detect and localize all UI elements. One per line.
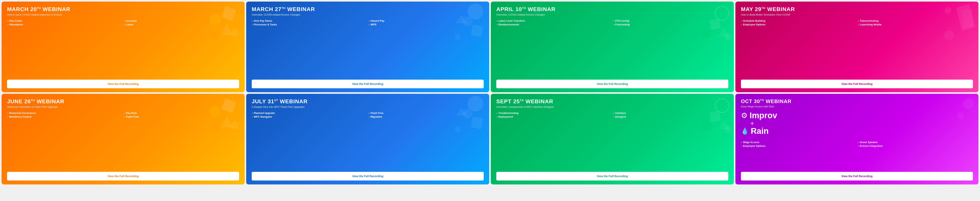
plus-label: +: [750, 120, 754, 126]
view-recording-button[interactable]: View the Full Recording: [252, 172, 484, 180]
card-april10: APRIL 10th WEBINAR Overview: COVID-relat…: [491, 2, 734, 92]
card-subtitle: Overview: Components of WFC Interface De…: [496, 105, 728, 108]
bullet-item: Deployment: [496, 115, 612, 118]
bullet-item: Pay Rule: [124, 112, 239, 115]
card-date: SEPT 25th WEBINAR: [496, 99, 728, 105]
bullet-item: Workforce Central: [7, 115, 123, 118]
card-march27: MARCH 27th WEBINAR Overview: COVID-relat…: [246, 2, 489, 92]
svg-rect-3: [210, 30, 220, 40]
card-date: MARCH 20th WEBINAR: [7, 6, 239, 13]
bullet-item: Employee Options: [741, 144, 856, 147]
drop-icon: 💧: [741, 127, 749, 135]
bullet-item: Processes & Tasks: [252, 23, 367, 26]
card-subtitle: Overview: COVID-related Kronos Changes: [496, 13, 728, 16]
bullet-item: Migration: [369, 115, 484, 118]
date-label: APRIL 10th WEBINAR: [496, 6, 555, 12]
bullet-item: Pay Codes: [7, 19, 123, 22]
card-subtitle: How to track COVID-related expenses in K…: [7, 13, 239, 16]
bullet-item: Telecommuting: [858, 19, 973, 22]
date-label: SEPT 25th WEBINAR: [496, 98, 553, 104]
card-subtitle: How to Build Better Schedules Post-COVID: [741, 13, 973, 16]
bullet-item: Labor Level Transfers: [496, 19, 612, 22]
view-recording-button[interactable]: View the Full Recording: [496, 172, 728, 180]
bullet-item: Launching Mobile: [858, 23, 973, 26]
date-label: MAY 29th WEBINAR: [741, 6, 795, 12]
bullet-item: Historical Corrections: [7, 112, 123, 115]
bullet-item: Sick Pay Demo: [252, 19, 367, 22]
bullet-item: Hazard Pay: [369, 19, 484, 22]
bullet-item: Forecasting: [613, 23, 729, 26]
card-date: OCT 30th WEBINAR: [741, 99, 973, 104]
card-date: APRIL 10th WEBINAR: [496, 6, 728, 13]
bullet-item: WFR: [369, 23, 484, 26]
bullet-item: Planned Upgrade: [252, 112, 367, 115]
card-july31: JULY 31st WEBINAR A Deeper Dive Into WFC…: [246, 94, 489, 185]
date-label: OCT 30th WEBINAR: [741, 98, 791, 104]
bullet-item: WFC Navigator: [252, 115, 367, 118]
view-recording-button[interactable]: View the Full Recording: [741, 172, 973, 180]
date-label: JULY 31st WEBINAR: [252, 98, 307, 104]
svg-point-33: [724, 126, 732, 133]
bullet-item: Flash Free: [124, 115, 239, 118]
bullet-item: Schedule Building: [741, 19, 856, 22]
svg-point-21: [231, 121, 239, 129]
card-subtitle: Early Wage Access with Rain: [741, 105, 973, 108]
svg-point-8: [455, 34, 461, 40]
card-date: MARCH 27th WEBINAR: [252, 6, 484, 13]
card-june26: JUNE 26th WEBINAR Historical Corrections…: [2, 94, 245, 185]
improv-label: Improv: [749, 111, 777, 120]
bullet-item: Designer: [613, 115, 729, 118]
view-recording-button[interactable]: View the Full Recording: [7, 172, 239, 180]
card-march20: MARCH 20th WEBINAR How to track COVID-re…: [2, 2, 245, 92]
bullet-item: Kronos Integration: [858, 144, 973, 147]
gear-icon: ⚙: [741, 111, 748, 120]
card-subtitle: Historical Corrections & Flash-Free Upgr…: [7, 105, 239, 108]
card-may29: MAY 29th WEBINAR How to Build Better Sch…: [735, 2, 978, 92]
svg-point-14: [724, 34, 732, 41]
card-date: JUNE 26th WEBINAR: [7, 99, 239, 105]
bullet-item: Leave: [124, 23, 239, 26]
view-recording-button[interactable]: View the Full Recording: [7, 80, 239, 88]
svg-rect-22: [210, 123, 220, 132]
card-date: MAY 29th WEBINAR: [741, 6, 973, 13]
card-subtitle: Overview: COVID-related Kronos Changes: [252, 13, 484, 16]
date-label: JUNE 26th WEBINAR: [7, 98, 64, 104]
bullet-item: PTO Config: [613, 19, 729, 22]
view-recording-button[interactable]: View the Full Recording: [252, 80, 484, 88]
date-label: MARCH 20th WEBINAR: [7, 6, 70, 12]
bullet-item: Reimbursements: [496, 23, 612, 26]
card-sept25: SEPT 25th WEBINAR Overview: Components o…: [491, 94, 734, 185]
svg-point-2: [231, 29, 239, 37]
rain-label: Rain: [751, 127, 768, 135]
bullet-item: Flash Free: [369, 112, 484, 115]
bullet-item: Attendance: [7, 23, 123, 26]
view-recording-button[interactable]: View the Full Recording: [496, 80, 728, 88]
bullet-item: Employee Options: [741, 23, 856, 26]
bullet-item: Interface: [613, 112, 729, 115]
bullet-item: Troubleshooting: [496, 112, 612, 115]
svg-point-17: [944, 30, 954, 40]
date-label: MARCH 27th WEBINAR: [252, 6, 315, 12]
bullet-item: Guest Speaker: [858, 141, 973, 144]
view-recording-button[interactable]: View the Full Recording: [741, 80, 973, 88]
bullet-item: Wage Access: [741, 141, 856, 144]
card-subtitle: A Deeper Dive Into WFC Flash-Free Upgrad…: [252, 105, 484, 108]
webinar-grid: MARCH 20th WEBINAR How to track COVID-re…: [0, 0, 980, 186]
svg-point-27: [455, 126, 461, 132]
card-date: JULY 31st WEBINAR: [252, 99, 484, 105]
bullet-item: Accruals: [124, 19, 239, 22]
card-oct30: OCT 30th WEBINAR Early Wage Access with …: [735, 94, 978, 185]
